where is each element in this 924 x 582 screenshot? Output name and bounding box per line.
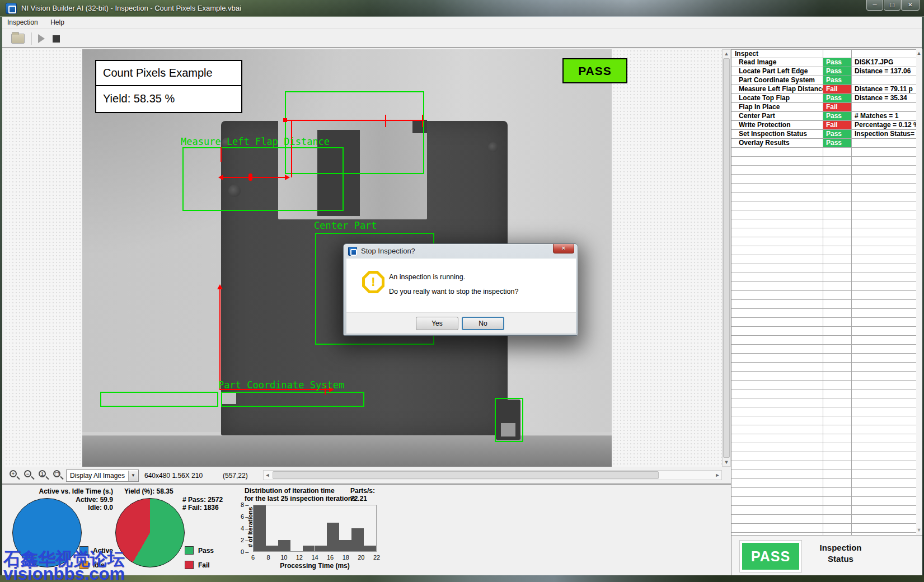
empty-table-row (731, 264, 917, 273)
empty-table-row (731, 166, 917, 175)
step-result: Distance = 79.11 p (852, 85, 917, 94)
zoom-out-button[interactable]: − (22, 469, 35, 481)
display-mode-dropdown[interactable]: Display All Images ▼ (66, 470, 139, 482)
status-badge: Pass (823, 58, 852, 67)
legend-swatch-fail (185, 561, 194, 569)
step-result: # Matches = 1 (852, 112, 917, 121)
close-button[interactable]: ✕ (901, 0, 920, 11)
y-tick-label: 8 – (241, 501, 248, 508)
empty-table-row (731, 461, 917, 470)
scroll-up-icon[interactable]: ▲ (723, 50, 730, 58)
table-row[interactable]: Center PartPass# Matches = 1 (731, 112, 917, 121)
empty-table-row (731, 255, 917, 264)
inspect-table-scrollbar[interactable]: ▲ ▼ (916, 49, 922, 535)
table-row[interactable]: Part Coordinate SystemPass (731, 76, 917, 85)
y-tick-label: 4 – (241, 525, 248, 532)
table-row[interactable]: Overlay ResultsPass (731, 139, 917, 148)
empty-table-row (731, 515, 917, 524)
empty-table-row (731, 452, 917, 461)
yield-title: Yield (%): 58.35 (124, 487, 173, 495)
open-folder-icon[interactable] (11, 34, 25, 44)
image-vertical-scrollbar[interactable]: ▲ ▼ (722, 49, 731, 467)
empty-table-row (731, 524, 917, 533)
step-name: Write Protection (731, 121, 823, 130)
dialog-body: ! An inspection is running. Do you reall… (346, 259, 576, 312)
yes-button[interactable]: Yes (416, 317, 458, 330)
scroll-left-icon[interactable]: ◄ (264, 471, 271, 479)
y-tick-label: 2 – (241, 537, 248, 543)
stop-icon[interactable] (53, 35, 60, 43)
table-row[interactable]: Locate Part Left EdgePassDistance = 137.… (731, 67, 917, 76)
scrollbar-thumb[interactable] (723, 58, 730, 458)
table-row[interactable]: Flap In PlaceFail (731, 103, 917, 112)
empty-table-row (731, 372, 917, 381)
empty-table-row (731, 488, 917, 497)
histogram-bar (327, 523, 339, 551)
zoom-fit-button[interactable]: ⬚ (51, 469, 64, 481)
step-name: Measure Left Flap Distance (731, 85, 823, 94)
empty-table-row (731, 246, 917, 255)
empty-table-row (731, 282, 917, 291)
x-tick-label: 8 (263, 554, 274, 561)
dialog-app-icon (348, 247, 357, 256)
legend-swatch-pass (185, 546, 194, 555)
parts-per-second-value: 72.21 (350, 495, 367, 503)
arrow-right-icon (285, 175, 290, 180)
empty-table-row (731, 363, 917, 372)
histogram-bar (315, 546, 327, 551)
inspection-status-label: Inspection Status (804, 542, 877, 565)
scroll-up-icon[interactable]: ▲ (915, 49, 923, 57)
active-idle-title: Active vs. Idle Time (s.) (34, 487, 113, 495)
empty-table-row (731, 425, 917, 434)
zoom-in-button[interactable]: + (8, 469, 21, 481)
x-tick-label: 10 (278, 554, 289, 561)
scroll-down-icon[interactable]: ▼ (723, 458, 730, 466)
empty-table-row (731, 148, 917, 157)
table-row[interactable]: Locate Top FlapPassDistance = 35.34 (731, 94, 917, 103)
legend-label-fail: Fail (198, 561, 210, 569)
iteration-time-histogram (253, 505, 377, 552)
dialog-title-bar[interactable]: Stop Inspection? ✕ (344, 244, 578, 259)
toolbar-separator (31, 32, 32, 45)
zoom-1to1-button[interactable]: 1 (37, 469, 50, 481)
chevron-down-icon[interactable]: ▼ (128, 471, 138, 481)
empty-table-row (731, 309, 917, 318)
main-toolbar (2, 29, 922, 48)
caliper-line-top (285, 120, 424, 121)
table-row[interactable]: Set Inspection StatusPassInspection Stat… (731, 130, 917, 139)
dialog-close-button[interactable]: ✕ (553, 244, 574, 254)
image-horizontal-scrollbar[interactable]: ◄ ► (263, 470, 722, 480)
table-row[interactable]: Write ProtectionFailPercentage = 0.12 % (731, 121, 917, 130)
scroll-down-icon[interactable]: ▼ (915, 526, 923, 534)
empty-table-row (731, 470, 917, 479)
menu-help[interactable]: Help (45, 17, 69, 26)
histogram-bar (364, 546, 376, 551)
empty-table-row (731, 193, 917, 201)
empty-table-row (731, 407, 917, 416)
step-result: Percentage = 0.12 % (852, 121, 917, 130)
roi-label-pcs: Part Coordinate System (218, 379, 344, 391)
maximize-button[interactable]: ▢ (884, 0, 900, 11)
menu-bar: Inspection Help (2, 17, 922, 29)
image-resolution-info: 640x480 1.56X 210 (144, 472, 203, 480)
title-bar[interactable]: NI Vision Builder AI (32-bit) - Inspecti… (0, 0, 924, 17)
caliper-tick (385, 115, 386, 127)
app-icon (6, 3, 17, 14)
step-result: Inspection Status= (852, 130, 917, 139)
no-button[interactable]: No (462, 317, 504, 330)
histogram-bar (266, 546, 278, 551)
step-name: Set Inspection Status (731, 130, 823, 139)
scroll-right-icon[interactable]: ► (714, 471, 721, 479)
step-name: Overlay Results (731, 139, 823, 148)
histogram-bar (339, 540, 351, 552)
table-row[interactable]: Read ImagePassDISK17.JPG (731, 58, 917, 67)
menu-inspection[interactable]: Inspection (2, 17, 43, 26)
overlay-title: Count Pixels Example (96, 61, 241, 86)
empty-table-row (731, 175, 917, 184)
run-icon[interactable] (38, 34, 45, 43)
display-mode-value: Display All Images (70, 472, 125, 480)
table-row[interactable]: Measure Left Flap DistanceFailDistance =… (731, 85, 917, 94)
scrollbar-thumb[interactable] (273, 471, 659, 479)
minimize-button[interactable]: ─ (866, 0, 883, 11)
status-badge: Pass (823, 67, 852, 76)
